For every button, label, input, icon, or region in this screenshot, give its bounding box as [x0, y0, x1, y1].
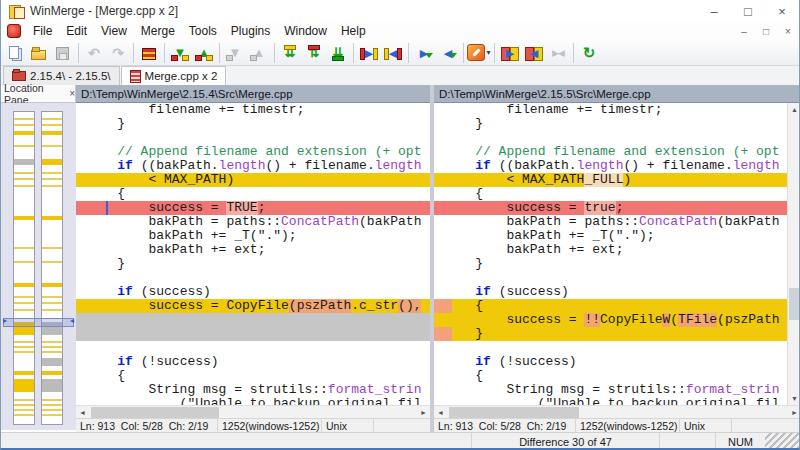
undo-icon: ↶	[85, 45, 103, 61]
menu-edit[interactable]: Edit	[59, 23, 94, 39]
toolbar-separator	[133, 43, 134, 63]
menu-help[interactable]: Help	[334, 23, 373, 39]
horizontal-scrollbar-right[interactable]: ◄ ►	[434, 405, 800, 418]
status-message-cell	[1, 433, 471, 450]
copy-right-advance-button[interactable]: ▶	[412, 41, 436, 65]
code-segment: if	[117, 285, 133, 299]
code-segment: success =	[444, 313, 584, 327]
word-diff-chip	[434, 327, 452, 341]
scroll-left-arrow-icon[interactable]: ◄	[76, 409, 89, 416]
current-difference-button[interactable]: ⇅	[302, 41, 326, 65]
close-button[interactable]: ×	[765, 0, 799, 22]
diff-stripe	[42, 302, 62, 304]
code-segment: (!success)	[133, 355, 219, 369]
dropdown-caret-icon[interactable]: ▾	[486, 48, 490, 57]
code-segment	[444, 159, 475, 173]
code-line: success = CopyFile(pszPath.c_str(),	[76, 299, 430, 313]
horizontal-scrollbar-left[interactable]: ◄ ►	[76, 405, 430, 418]
mdi-close-button[interactable]: ×	[777, 26, 799, 37]
code-segment: bakPath += _T(".");	[444, 229, 655, 243]
diff-stripe	[42, 159, 62, 165]
code-line: }	[434, 327, 800, 341]
file-header-left[interactable]: D:\Temp\WinMerge\2.15.4\Src\Merge.cpp	[76, 85, 430, 103]
code-line	[434, 271, 800, 285]
copy-right-button[interactable]: ▶	[357, 41, 381, 65]
next-difference-button[interactable]: ▼	[168, 41, 192, 65]
diff-stripe	[42, 296, 62, 298]
diff-stripe	[14, 145, 34, 147]
mdi-restore-button[interactable]: □	[755, 26, 777, 37]
menu-view[interactable]: View	[94, 23, 134, 39]
code-segment: {	[86, 187, 125, 201]
minimize-button[interactable]: –	[697, 0, 731, 22]
location-pane-body[interactable]	[1, 103, 76, 430]
select-diff-button[interactable]	[137, 41, 161, 65]
next-conflict-button: ▼	[223, 41, 247, 65]
open-button[interactable]	[27, 41, 51, 65]
new-file-button[interactable]	[3, 41, 27, 65]
copy-all-left-button[interactable]: ◀	[522, 41, 546, 65]
copy-right-icon: ▶	[360, 45, 378, 61]
location-viewport-marker[interactable]	[3, 318, 74, 327]
menu-tools[interactable]: Tools	[182, 23, 224, 39]
code-line: < MAX_PATH)	[76, 173, 430, 187]
code-line: {	[434, 187, 800, 201]
diff-stripe	[14, 261, 34, 263]
menu-file[interactable]: File	[26, 23, 59, 39]
menu-plugins[interactable]: Plugins	[224, 23, 277, 39]
code-segment: {	[86, 369, 125, 383]
code-segment: )	[623, 173, 631, 187]
code-segment: length	[375, 159, 422, 173]
vertical-scrollbar[interactable]: ▲▼	[787, 103, 800, 405]
code-segment: bakPath = paths::	[86, 215, 281, 229]
menu-window[interactable]: Window	[277, 23, 334, 39]
diff-stripe	[14, 131, 34, 135]
refresh-button[interactable]: ↻	[577, 41, 601, 65]
copy-left-button[interactable]: ◀	[381, 41, 405, 65]
scroll-left-arrow-icon[interactable]: ◄	[434, 409, 447, 416]
code-line	[76, 271, 430, 285]
first-diff-icon: ⇊	[281, 45, 299, 61]
num-lock-indicator: NUM	[715, 433, 765, 450]
pane-status-bar-right: Ln: 913 Col: 5/28 Ch: 2/19 1252(windows-…	[434, 418, 800, 432]
code-area-right[interactable]: filename += timestr; } // Append filenam…	[434, 103, 800, 405]
code-area-left[interactable]: filename += timestr; } // Append filenam…	[76, 103, 430, 405]
code-line	[76, 327, 430, 341]
diff-stripe	[14, 118, 34, 120]
copy-left-advance-button[interactable]: ◀	[436, 41, 460, 65]
code-line: String msg = strutils::format_strin	[76, 383, 430, 397]
code-segment: ConcatPath	[639, 215, 717, 229]
difference-counter: Difference 30 of 47	[471, 433, 659, 450]
vscroll-thumb[interactable]	[789, 288, 800, 320]
hscroll-thumb[interactable]	[91, 407, 219, 418]
code-segment: bakPath += _T(".");	[86, 229, 297, 243]
previous-difference-button[interactable]: ▲	[192, 41, 216, 65]
scroll-right-arrow-icon[interactable]: ►	[417, 409, 430, 416]
last-difference-button[interactable]: ⇊	[326, 41, 350, 65]
resize-grip[interactable]	[765, 433, 799, 450]
toolbar-separator	[219, 43, 220, 63]
hscroll-thumb[interactable]	[449, 407, 579, 418]
code-line: if (success)	[434, 285, 800, 299]
code-segment	[86, 145, 117, 159]
first-difference-button[interactable]: ⇊	[278, 41, 302, 65]
file-header-right[interactable]: D:\Temp\WinMerge\2.15.5\Src\Merge.cpp	[434, 85, 800, 103]
diff-stripe	[42, 346, 62, 348]
diff-stripe	[14, 124, 34, 126]
tab-1[interactable]: Merge.cpp x 2	[121, 66, 227, 85]
scroll-down-arrow-icon[interactable]: ▼	[788, 392, 800, 405]
code-segment: (bakPath	[717, 215, 779, 229]
code-line: if (!success)	[434, 355, 800, 369]
options-button[interactable]: ▾	[467, 41, 491, 65]
maximize-button[interactable]: □	[731, 0, 765, 22]
copy-all-right-button[interactable]: ▶	[498, 41, 522, 65]
toolbar: ↶↷▼▲▼▲⇊⇅⇊▶◀▶◀▾▶◀▶◀↻	[1, 40, 799, 66]
scroll-right-arrow-icon[interactable]: ►	[788, 409, 800, 416]
code-line: {	[76, 187, 430, 201]
diff-stripe	[42, 371, 62, 375]
menu-merge[interactable]: Merge	[134, 23, 182, 39]
code-segment: ("Unable to backup original fil	[444, 397, 779, 405]
scroll-up-arrow-icon[interactable]: ▲	[788, 103, 800, 116]
location-pane-close-icon[interactable]: ×	[69, 88, 75, 99]
mdi-minimize-button[interactable]: –	[733, 26, 755, 37]
